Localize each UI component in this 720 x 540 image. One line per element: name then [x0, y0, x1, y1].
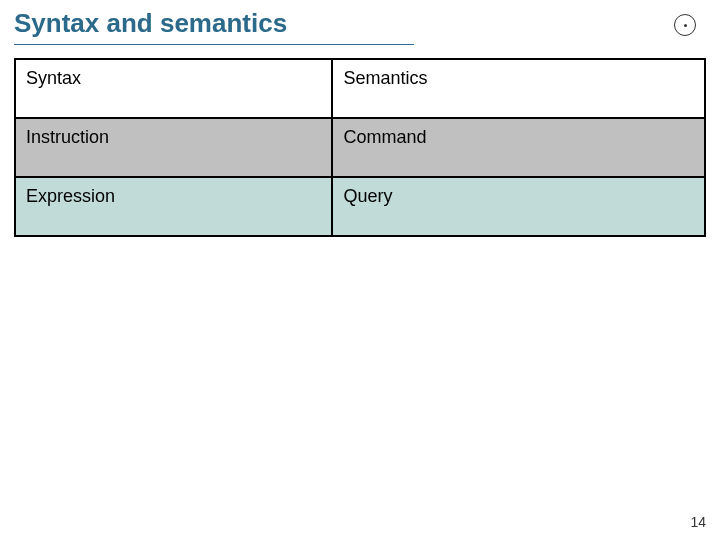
page-number: 14	[690, 514, 706, 530]
table-row: Expression Query	[15, 177, 705, 236]
page-title: Syntax and semantics	[14, 8, 287, 39]
cell-syntax: Instruction	[15, 118, 332, 177]
cell-syntax: Expression	[15, 177, 332, 236]
syntax-semantics-table: Syntax Semantics Instruction Command Exp…	[14, 58, 706, 237]
logo-dot-icon	[684, 24, 687, 27]
table-row: Instruction Command	[15, 118, 705, 177]
cell-semantics: Query	[332, 177, 705, 236]
title-underline	[14, 44, 414, 45]
slide: Syntax and semantics Syntax Semantics In…	[0, 0, 720, 540]
logo-circle-icon	[674, 14, 696, 36]
cell-semantics: Semantics	[332, 59, 705, 118]
cell-semantics: Command	[332, 118, 705, 177]
cell-syntax: Syntax	[15, 59, 332, 118]
table-row: Syntax Semantics	[15, 59, 705, 118]
